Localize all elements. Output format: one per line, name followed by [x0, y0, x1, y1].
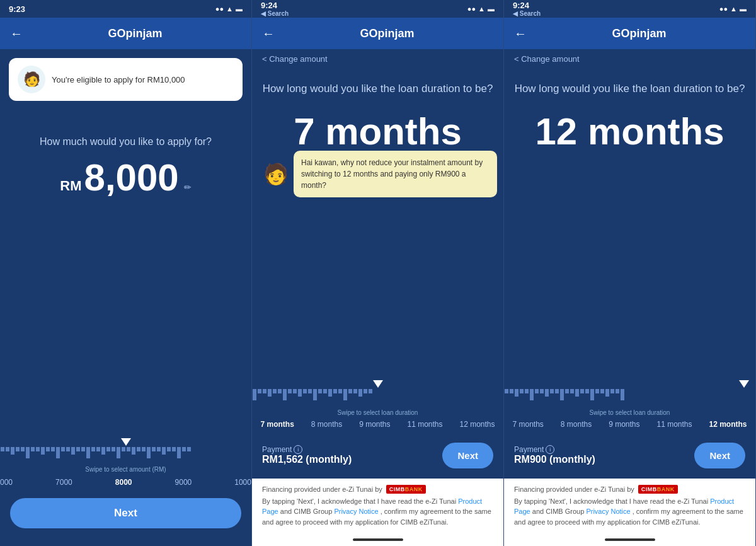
tick	[318, 389, 322, 393]
tick	[41, 447, 45, 455]
tick	[308, 389, 312, 393]
tick	[112, 447, 115, 451]
duration-opt3-12[interactable]: 12 months	[709, 420, 747, 429]
tick	[595, 389, 599, 393]
payment-info-2: Payment i RM1,562 (monthly) Next	[262, 438, 493, 473]
spacer-3	[504, 151, 755, 380]
tick	[600, 389, 604, 393]
screen2-body: How long would you like the loan duratio…	[252, 69, 503, 546]
status-search-3: ◀ Search	[513, 10, 541, 17]
tick	[515, 389, 518, 397]
duration-opt3-11[interactable]: 11 months	[656, 420, 692, 429]
next-button-3[interactable]: Next	[694, 443, 745, 468]
tick	[535, 389, 539, 393]
slider-section-1[interactable]: Swipe to select amount (RM) 000 7000 800…	[0, 438, 251, 492]
ruler-inner-2	[252, 389, 373, 408]
amount-label-9000: 9000	[175, 478, 192, 487]
duration-opt3-9[interactable]: 9 months	[609, 420, 639, 429]
screen1-bottom: Next	[0, 492, 251, 546]
pointer-indicator-2	[373, 380, 383, 388]
signal-icon-3: ●●	[719, 5, 728, 13]
slider-label-1: Swipe to select amount (RM)	[0, 466, 251, 473]
tick	[520, 389, 524, 393]
tick	[369, 389, 372, 393]
edit-icon[interactable]: ✏	[184, 182, 192, 192]
tick	[122, 447, 125, 451]
tick	[46, 447, 50, 451]
tick	[505, 389, 508, 393]
screen-3: 9:24 ◀ Search ●● ▲ ▬ ← GOpinjam < Change…	[504, 0, 756, 546]
tick	[328, 389, 332, 397]
tick	[358, 389, 362, 397]
tick	[293, 389, 297, 393]
duration-value-2: 7 months	[294, 110, 462, 153]
tick	[16, 447, 20, 451]
question-1: How much would you like to apply for?	[10, 135, 241, 149]
back-button-1[interactable]: ←	[10, 26, 23, 41]
tick	[570, 389, 574, 393]
status-bar-3: 9:24 ◀ Search ●● ▲ ▬	[504, 0, 755, 18]
tick	[127, 447, 130, 451]
tick	[167, 447, 171, 451]
slider-section-2[interactable]: Swipe to select loan duration 7 months 8…	[252, 380, 503, 433]
tick	[36, 447, 40, 451]
tick	[182, 447, 186, 451]
ruler-inner-3	[504, 389, 625, 408]
tick	[323, 389, 327, 393]
tick	[117, 447, 120, 458]
duration-opt3-7[interactable]: 7 months	[512, 420, 543, 429]
pointer-indicator-3	[739, 380, 749, 388]
app-title-2: GOpinjam	[281, 27, 493, 40]
app-header-1: ← GOpinjam	[0, 18, 251, 49]
tick	[132, 447, 135, 455]
duration-opt-12[interactable]: 12 months	[459, 420, 495, 429]
status-time-2: 9:24	[261, 1, 289, 10]
tick	[106, 447, 110, 451]
home-bar-2	[353, 538, 403, 541]
tick	[96, 447, 100, 451]
slider-section-3[interactable]: Swipe to select loan duration 7 months 8…	[504, 380, 755, 433]
tick	[353, 389, 357, 393]
duration-opt-11[interactable]: 11 months	[407, 420, 442, 429]
duration-labels-3: 7 months 8 months 9 months 11 months 12 …	[504, 416, 755, 433]
home-indicator-2	[252, 533, 503, 546]
tick	[343, 389, 347, 400]
tick	[147, 447, 151, 458]
privacy-link-3[interactable]: Privacy Notice	[586, 508, 630, 515]
wifi-icon-2: ▲	[478, 5, 485, 13]
duration-opt-9[interactable]: 9 months	[359, 420, 390, 429]
tick	[565, 389, 569, 393]
next-button-1[interactable]: Next	[10, 498, 241, 528]
change-amount-2[interactable]: < Change amount	[252, 49, 503, 69]
privacy-link-2[interactable]: Privacy Notice	[334, 508, 378, 515]
tick	[253, 389, 256, 400]
status-icons-3: ●● ▲ ▬	[719, 5, 747, 13]
duration-display-3: 12 months	[504, 113, 755, 151]
currency-label: RM	[60, 178, 81, 194]
duration-opt3-8[interactable]: 8 months	[561, 420, 592, 429]
financing-header-2: Financing provided under e-Zi Tunai by C…	[262, 485, 493, 494]
next-button-2[interactable]: Next	[442, 443, 493, 468]
back-button-2[interactable]: ←	[262, 26, 275, 41]
info-icon-2[interactable]: i	[294, 445, 302, 454]
tick	[137, 447, 140, 451]
tick	[258, 389, 261, 393]
tick	[298, 389, 302, 397]
change-amount-3[interactable]: < Change amount	[504, 49, 755, 69]
tick	[152, 447, 156, 451]
tick	[187, 447, 191, 451]
status-left-1: 9:23	[9, 4, 25, 14]
back-button-3[interactable]: ←	[514, 26, 527, 41]
home-bar-3	[605, 538, 655, 541]
duration-opt-7[interactable]: 7 months	[260, 420, 294, 429]
tick	[26, 447, 30, 458]
financing-and-3: and CIMB Group	[532, 508, 585, 515]
tick	[101, 447, 105, 455]
duration-opt-8[interactable]: 8 months	[311, 420, 342, 429]
tick	[157, 447, 161, 451]
payment-label-3: Payment i	[514, 445, 595, 454]
screen-1: 9:23 ●● ▲ ▬ ← GOpinjam 🧑 You're eligible…	[0, 0, 252, 546]
tick	[71, 447, 75, 455]
info-icon-3[interactable]: i	[546, 445, 554, 454]
tick	[177, 447, 181, 458]
